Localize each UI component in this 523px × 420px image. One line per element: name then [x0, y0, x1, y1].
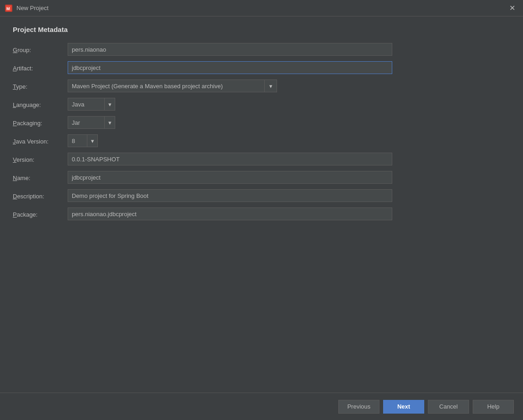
language-group: ▾	[68, 98, 115, 111]
app-icon: M	[5, 4, 13, 12]
group-row: Group:	[13, 43, 510, 56]
language-dropdown-button[interactable]: ▾	[104, 98, 115, 111]
version-label: Version:	[13, 155, 68, 163]
close-button[interactable]: ✕	[506, 2, 518, 15]
java-version-group: ▾	[68, 134, 98, 147]
type-dropdown-button[interactable]: ▾	[264, 80, 277, 92]
language-input[interactable]	[68, 98, 104, 111]
window-title: New Project	[16, 5, 506, 11]
description-row: Description:	[13, 189, 510, 202]
next-button[interactable]: Next	[383, 400, 424, 414]
type-row: Type: ▾	[13, 79, 510, 93]
previous-button[interactable]: Previous	[338, 400, 379, 414]
java-version-dropdown-button[interactable]: ▾	[87, 134, 98, 147]
svg-text:M: M	[6, 6, 10, 11]
language-label: Language:	[13, 101, 68, 108]
type-label: Type:	[13, 82, 68, 90]
packaging-input[interactable]	[68, 116, 104, 129]
name-row: Name:	[13, 170, 510, 184]
type-input[interactable]	[68, 80, 264, 92]
name-input[interactable]	[68, 171, 392, 184]
version-input[interactable]	[68, 153, 392, 165]
description-label: Description:	[13, 192, 68, 200]
type-input-group: ▾	[68, 80, 277, 92]
main-content: Project Metadata Group: Artifact: Type: …	[0, 16, 523, 393]
package-row: Package:	[13, 207, 510, 221]
title-bar: M New Project ✕	[0, 0, 523, 16]
packaging-dropdown-button[interactable]: ▾	[104, 116, 115, 129]
artifact-input[interactable]	[68, 61, 392, 74]
group-input[interactable]	[68, 43, 392, 56]
name-label: Name:	[13, 174, 68, 181]
package-label: Package:	[13, 210, 68, 218]
package-input[interactable]	[68, 207, 392, 220]
version-row: Version:	[13, 152, 510, 166]
group-label: Group:	[13, 46, 68, 53]
packaging-label: Packaging:	[13, 119, 68, 127]
artifact-row: Artifact:	[13, 61, 510, 74]
java-version-input[interactable]	[68, 134, 87, 147]
java-version-row: Java Version: ▾	[13, 134, 510, 148]
packaging-row: Packaging: ▾	[13, 116, 510, 129]
form-area: Group: Artifact: Type: ▾ Language:	[13, 43, 510, 225]
language-row: Language: ▾	[13, 97, 510, 111]
help-button[interactable]: Help	[473, 400, 514, 414]
cancel-button[interactable]: Cancel	[428, 400, 469, 414]
artifact-label: Artifact:	[13, 64, 68, 72]
packaging-group: ▾	[68, 116, 115, 129]
java-version-label: Java Version:	[13, 137, 68, 145]
footer: Previous Next Cancel Help	[0, 393, 523, 420]
description-input[interactable]	[68, 189, 392, 202]
section-title: Project Metadata	[13, 26, 510, 33]
